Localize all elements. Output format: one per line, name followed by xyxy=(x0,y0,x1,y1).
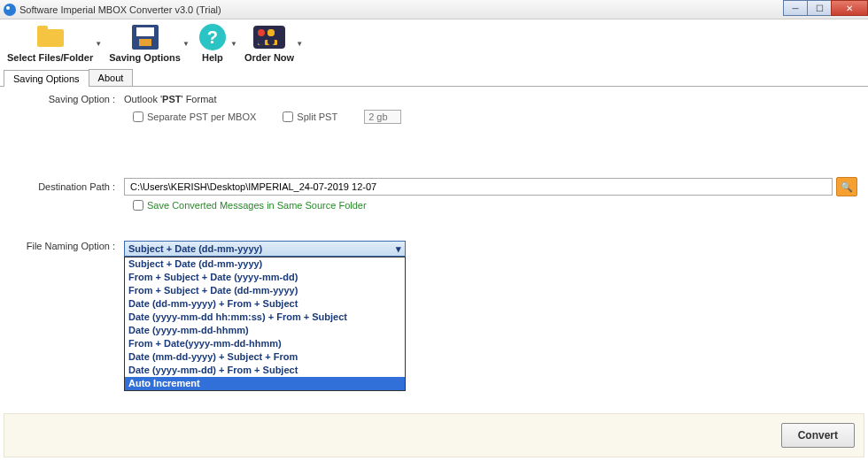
select-files-button[interactable]: Select Files/Folder xyxy=(7,24,93,63)
split-pst-label: Split PST xyxy=(297,111,337,122)
dropdown-arrow-icon[interactable]: ▼ xyxy=(296,40,303,48)
order-now-label: Order Now xyxy=(244,52,294,63)
file-naming-combo[interactable]: Subject + Date (dd-mm-yyyy) xyxy=(124,241,406,257)
window-title: Software Imperial MBOX Converter v3.0 (T… xyxy=(19,4,221,15)
saving-options-label: Saving Options xyxy=(109,52,181,63)
dropdown-arrow-icon[interactable]: ▼ xyxy=(95,40,102,48)
save-icon xyxy=(132,25,159,50)
convert-button[interactable]: Convert xyxy=(781,423,855,448)
help-icon: ? xyxy=(199,24,226,50)
help-label: Help xyxy=(202,52,223,63)
file-naming-option[interactable]: Date (mm-dd-yyyy) + Subject + From xyxy=(125,350,405,364)
dropdown-arrow-icon[interactable]: ▼ xyxy=(230,40,237,48)
file-naming-option[interactable]: Subject + Date (dd-mm-yyyy) xyxy=(125,257,405,271)
format-bold: PST xyxy=(162,94,181,104)
select-files-label: Select Files/Folder xyxy=(7,52,93,63)
close-button[interactable]: ✕ xyxy=(831,0,868,16)
minimize-button[interactable]: ─ xyxy=(783,0,808,16)
save-same-folder-checkbox[interactable]: Save Converted Messages in Same Source F… xyxy=(133,200,857,211)
file-naming-option[interactable]: Date (yyyy-mm-dd) + From + Subject xyxy=(125,364,405,377)
file-naming-option[interactable]: From + Subject + Date (dd-mm-yyyy) xyxy=(125,284,405,297)
saving-options-button[interactable]: Saving Options xyxy=(109,24,181,63)
split-size-select[interactable]: 2 gb xyxy=(364,110,400,124)
order-icon xyxy=(253,26,285,49)
titlebar: Software Imperial MBOX Converter v3.0 (T… xyxy=(0,0,868,19)
split-pst-input[interactable] xyxy=(283,111,293,122)
order-now-button[interactable]: Order Now xyxy=(244,24,294,63)
split-pst-checkbox[interactable]: Split PST xyxy=(283,111,337,122)
browse-button[interactable]: 🔍 xyxy=(836,177,857,196)
toolbar: Select Files/Folder ▼ Saving Options ▼ ?… xyxy=(0,19,868,67)
separate-pst-label: Separate PST per MBOX xyxy=(147,111,256,122)
separate-pst-checkbox[interactable]: Separate PST per MBOX xyxy=(133,111,256,122)
file-naming-dropdown: Subject + Date (dd-mm-yyyy)From + Subjec… xyxy=(124,257,406,391)
file-naming-option[interactable]: Date (yyyy-mm-dd-hhmm) xyxy=(125,324,405,337)
window-controls: ─ ☐ ✕ xyxy=(784,0,868,16)
app-icon xyxy=(4,4,16,16)
format-text: Outlook 'PST' Format xyxy=(124,94,216,104)
destination-path-input[interactable] xyxy=(124,178,833,196)
help-button[interactable]: ? Help xyxy=(197,24,229,63)
content-panel: Saving Option : Outlook 'PST' Format Sep… xyxy=(0,87,868,410)
tab-saving-options[interactable]: Saving Options xyxy=(4,70,89,87)
file-naming-option[interactable]: From + Subject + Date (yyyy-mm-dd) xyxy=(125,271,405,284)
browse-folder-icon: 🔍 xyxy=(841,181,853,193)
dropdown-arrow-icon[interactable]: ▼ xyxy=(182,40,190,48)
footer: Convert xyxy=(4,413,864,457)
destination-path-label: Destination Path : xyxy=(11,181,124,192)
tab-about[interactable]: About xyxy=(89,69,134,86)
file-naming-option-label: File Naming Option : xyxy=(11,241,124,251)
file-naming-option[interactable]: Date (yyyy-mm-dd hh:mm:ss) + From + Subj… xyxy=(125,311,405,324)
file-naming-option[interactable]: Auto Increment xyxy=(125,377,405,390)
format-suffix: ' Format xyxy=(181,94,216,104)
saving-option-label: Saving Option : xyxy=(11,94,124,104)
save-same-folder-input[interactable] xyxy=(133,200,143,211)
file-naming-option[interactable]: Date (dd-mm-yyyy) + From + Subject xyxy=(125,297,405,311)
folder-icon xyxy=(35,26,66,49)
separate-pst-input[interactable] xyxy=(133,111,143,122)
maximize-button[interactable]: ☐ xyxy=(807,0,832,16)
save-same-folder-label: Save Converted Messages in Same Source F… xyxy=(147,200,367,211)
tab-bar: Saving Options About xyxy=(0,69,868,87)
format-prefix: Outlook ' xyxy=(124,94,162,104)
file-naming-option[interactable]: From + Date(yyyy-mm-dd-hhmm) xyxy=(125,337,405,350)
